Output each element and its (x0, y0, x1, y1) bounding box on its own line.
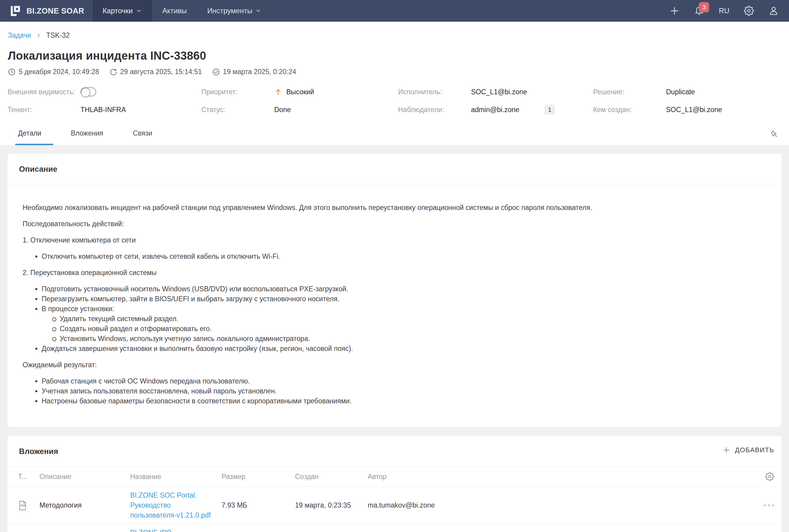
list-item-text: Рабочая станция с чистой ОС Windows пере… (42, 377, 250, 385)
add-attachment-button[interactable]: ДОБАВИТЬ (722, 446, 774, 454)
field-external-visibility: Внешняя видимость: (7, 87, 201, 97)
attachments-table: Т... Описание Название Размер Создан Авт… (7, 467, 782, 532)
attachments-table-body: PDF Методология BI.ZONE SOC Portal. Руко… (7, 487, 782, 532)
description-list-item: Дождаться завершения установки и выполни… (42, 344, 764, 354)
notifications-bell-icon[interactable]: 3 (694, 6, 704, 16)
description-list-item: Настроены базовые параметры безопасности… (42, 396, 764, 406)
tab-bar: Детали Вложения Связи (0, 129, 789, 146)
clock-icon (8, 68, 16, 76)
column-created: Создан (295, 473, 368, 481)
list-item-text: Перезагрузить компьютер, зайти в BIOS/UE… (42, 295, 339, 303)
task-fields: Внешняя видимость: Приоритет: Высокий Ис… (7, 87, 789, 114)
attachment-file-link[interactable]: BI.ZONE IRP. Руководство пользователя-v1… (130, 528, 212, 532)
field-watchers: Наблюдатели: admin@bi.zone 1 (398, 105, 593, 114)
field-label: Кем создан: (593, 106, 666, 114)
tenant-value: THLAB-INFRA (80, 106, 126, 114)
breadcrumb-tasks-link[interactable]: Задачи (8, 31, 31, 39)
pdf-file-icon: PDF (18, 500, 39, 511)
description-paragraph: 1. Отключение компьютера от сети (23, 235, 764, 245)
plus-icon (722, 446, 730, 454)
updated-time: 29 августа 2025, 15:14:51 (109, 68, 202, 76)
brand-name: BI.ZONE SOAR (26, 6, 84, 16)
row-actions-menu[interactable] (764, 502, 774, 508)
created-time: 5 декабря 2024, 10:49:28 (8, 68, 99, 76)
attachment-file-link[interactable]: BI.ZONE SOC Portal. Руководство пользова… (130, 490, 212, 520)
language-switch[interactable]: RU (719, 7, 729, 15)
description-body: Необходимо локализовать инцидент на рабо… (7, 184, 782, 406)
notification-count-badge: 3 (699, 2, 709, 12)
tab-content: Описание Необходимо локализовать инциден… (0, 146, 789, 532)
watchers-count-chip[interactable]: 1 (545, 105, 555, 114)
attachment-row: PDF Требование BI.ZONE IRP. Руководство … (7, 524, 782, 532)
description-list-item: Рабочая станция с чистой ОС Windows пере… (42, 376, 764, 386)
chevron-down-icon (136, 8, 142, 14)
description-paragraph: Необходимо локализовать инцидент на рабо… (23, 203, 764, 213)
updated-time-text: 29 августа 2025, 15:14:51 (120, 68, 202, 76)
list-item-text: В процессе установки: (42, 305, 114, 313)
due-time-text: 19 марта 2025, 0:20:24 (223, 68, 296, 76)
description-list-item: Учетная запись пользователя восстановлен… (42, 386, 764, 396)
field-tenant: Тенант: THLAB-INFRA (7, 105, 201, 114)
description-list-item: Отключить компьютер от сети, извлечь сет… (42, 251, 764, 262)
description-list-item: Перезагрузить компьютер, зайти в BIOS/UE… (42, 294, 764, 304)
field-label: Внешняя видимость: (7, 88, 80, 96)
status-value: Done (274, 106, 291, 114)
column-description: Описание (39, 473, 130, 481)
tab-links[interactable]: Связи (133, 129, 152, 145)
breadcrumb: Задачи TSK-32 (0, 22, 789, 39)
nav-item-cards[interactable]: Карточки (92, 0, 152, 22)
description-card: Описание Необходимо локализовать инциден… (7, 154, 782, 427)
column-author: Автор (368, 473, 764, 481)
description-sublist: Удалить текущий системный раздел.Создать… (42, 314, 764, 344)
description-list: Отключить компьютер от сети, извлечь сет… (23, 251, 764, 262)
check-circle-icon (212, 68, 220, 76)
field-created-by: Кем создан: SOC_L1@bi.zone (593, 105, 789, 114)
nav-item-tools[interactable]: Инструменты (197, 0, 272, 22)
field-priority: Приоритет: Высокий (201, 87, 398, 97)
sync-icon (109, 68, 117, 76)
field-status: Статус: Done (201, 105, 398, 114)
column-size: Размер (222, 473, 295, 481)
svg-text:PDF: PDF (20, 504, 26, 507)
create-plus-icon[interactable] (669, 6, 680, 16)
priority-arrow-up-icon (274, 88, 282, 96)
list-item-text: Дождаться завершения установки и выполни… (42, 345, 353, 353)
chevron-down-icon (255, 8, 261, 14)
tab-attachments[interactable]: Вложения (71, 129, 104, 145)
assignee-value: SOC_L1@bi.zone (471, 88, 527, 96)
nav-item-label: Активы (163, 7, 187, 15)
field-resolution: Решение: Duplicate (593, 87, 789, 97)
settings-gear-icon[interactable] (744, 6, 754, 16)
created-by-value: SOC_L1@bi.zone (666, 106, 722, 114)
description-list-item: Подготовить установочный носитель Window… (42, 284, 764, 294)
task-header: Задачи TSK-32 Локализация инцидента INC-… (0, 22, 789, 146)
tab-details[interactable]: Детали (18, 129, 41, 145)
nav-item-assets[interactable]: Активы (152, 0, 197, 22)
external-visibility-toggle[interactable] (80, 87, 96, 96)
field-label: Тенант: (7, 106, 80, 114)
chevron-right-icon (36, 33, 41, 38)
top-navbar: BI.ZONE SOAR Карточки Активы Инструменты… (0, 0, 789, 22)
description-list: Рабочая станция с чистой ОС Windows пере… (23, 376, 764, 406)
breadcrumb-current: TSK-32 (46, 31, 70, 39)
description-sublist-item: Удалить текущий системный раздел. (60, 314, 764, 324)
description-sublist-item: Установить Windows, используя учетную за… (60, 334, 764, 344)
user-profile-icon[interactable] (769, 6, 779, 16)
description-paragraph: Ожидаемый результат: (23, 360, 764, 370)
table-settings-gear-icon[interactable] (765, 472, 774, 481)
column-type: Т... (18, 473, 39, 481)
description-sublist-item: Создать новый раздел и отформатировать е… (60, 324, 764, 334)
field-label: Наблюдатели: (398, 106, 471, 114)
brand[interactable]: BI.ZONE SOAR (0, 0, 92, 22)
field-label: Статус: (201, 106, 274, 114)
field-label: Исполнитель: (398, 88, 471, 96)
due-time: 19 марта 2025, 0:20:24 (212, 68, 296, 76)
attachment-created: 19 марта, 0:23:35 (295, 501, 368, 509)
description-list: Подготовить установочный носитель Window… (23, 284, 764, 354)
list-item-text: Учетная запись пользователя восстановлен… (42, 387, 277, 395)
description-paragraph: Последовательность действий: (23, 219, 764, 229)
pin-icon[interactable] (770, 130, 780, 140)
page-title: Локализация инцидента INC-33860 (8, 50, 781, 62)
attachment-description: Методология (39, 501, 130, 509)
priority-value: Высокий (286, 88, 314, 96)
